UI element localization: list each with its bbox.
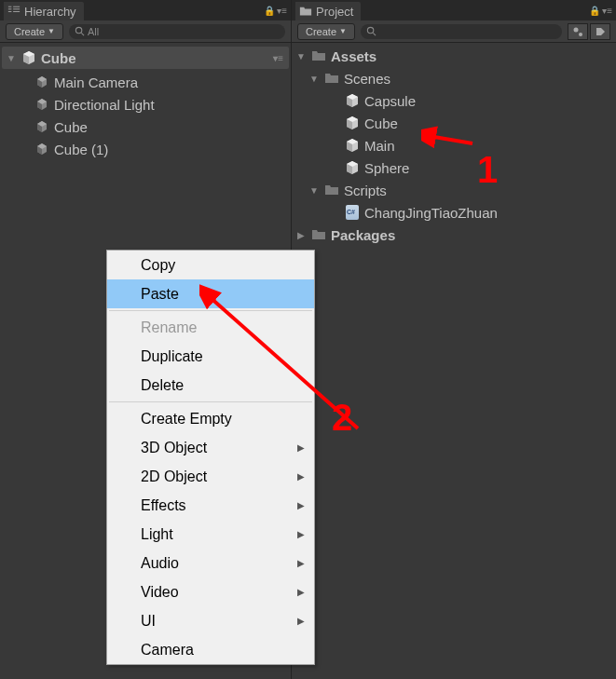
cube-icon (34, 118, 50, 135)
menu-item-camera[interactable]: Camera (107, 635, 314, 664)
submenu-arrow-icon: ▶ (297, 442, 305, 453)
project-toolbar-icons (568, 23, 610, 40)
svg-rect-4 (13, 8, 20, 9)
hierarchy-scene-header[interactable]: ▼ Cube ▾≡ (2, 47, 289, 69)
hierarchy-tab-bar: Hierarchy 🔒 ▾≡ (0, 0, 291, 20)
cube-icon (34, 141, 50, 157)
svg-point-11 (579, 33, 582, 36)
cube-icon (34, 96, 50, 113)
menu-item-effects[interactable]: Effects▶ (107, 491, 314, 520)
hierarchy-item[interactable]: Directional Light (0, 93, 291, 115)
lock-icon[interactable]: 🔒 (264, 6, 275, 16)
menu-item-delete[interactable]: Delete (107, 371, 314, 400)
filter-by-type-button[interactable] (568, 23, 588, 40)
dropdown-arrow-icon: ▼ (339, 27, 347, 35)
project-packages-folder[interactable]: ▶ Packages (292, 224, 616, 246)
submenu-arrow-icon: ▶ (297, 616, 305, 626)
hierarchy-tab[interactable]: Hierarchy (4, 2, 84, 20)
csharp-script-icon (344, 204, 361, 221)
menu-item-2d-object[interactable]: 2D Object▶ (107, 462, 314, 491)
project-scene-item[interactable]: Cube (292, 112, 616, 134)
project-panel: Project 🔒 ▾≡ Create ▼ (292, 0, 616, 679)
project-panel-controls[interactable]: 🔒 ▾≡ (589, 6, 612, 16)
project-content: ▼ Assets ▼ Scenes Capsule Cube Main (292, 43, 616, 679)
svg-rect-2 (8, 11, 12, 12)
menu-item-paste[interactable]: Paste (107, 279, 314, 308)
hierarchy-item[interactable]: Cube (0, 115, 291, 138)
search-icon (75, 26, 85, 36)
project-search-input[interactable] (361, 24, 562, 39)
project-tab-bar: Project 🔒 ▾≡ (292, 0, 616, 20)
expand-arrow-icon[interactable]: ▼ (295, 51, 307, 61)
expand-arrow-icon[interactable]: ▼ (308, 185, 320, 196)
menu-item-copy[interactable]: Copy (107, 251, 314, 279)
unity-icon (344, 159, 361, 176)
svg-point-8 (367, 27, 373, 33)
svg-rect-0 (8, 7, 12, 7)
svg-point-10 (574, 27, 579, 32)
context-menu: CopyPasteRenameDuplicateDeleteCreate Emp… (106, 250, 315, 665)
menu-separator (109, 401, 312, 402)
hierarchy-panel-controls[interactable]: 🔒 ▾≡ (264, 6, 287, 16)
folder-icon (323, 70, 340, 87)
menu-item-duplicate[interactable]: Duplicate (107, 342, 314, 371)
expand-arrow-icon[interactable]: ▼ (6, 53, 17, 63)
project-toolbar: Create ▼ (292, 20, 616, 43)
submenu-arrow-icon: ▶ (297, 471, 305, 482)
annotation-label-1: 1 (477, 149, 498, 191)
project-scripts-folder[interactable]: ▼ Scripts (292, 179, 616, 201)
unity-icon (344, 92, 361, 109)
dropdown-arrow-icon: ▼ (48, 27, 55, 35)
unity-icon (344, 115, 361, 131)
filter-by-label-button[interactable] (590, 23, 610, 40)
scene-name: Cube (41, 50, 269, 66)
submenu-arrow-icon: ▶ (297, 529, 305, 539)
submenu-arrow-icon: ▶ (297, 500, 305, 510)
lock-icon[interactable]: 🔒 (589, 6, 600, 16)
project-scene-item[interactable]: Capsule (292, 89, 616, 112)
svg-rect-1 (8, 8, 12, 9)
project-tab[interactable]: Project (295, 2, 361, 20)
menu-item-audio[interactable]: Audio▶ (107, 549, 314, 577)
folder-icon (310, 226, 327, 243)
menu-item-ui[interactable]: UI▶ (107, 606, 314, 635)
panel-menu-icon[interactable]: ▾≡ (602, 6, 612, 16)
submenu-arrow-icon: ▶ (297, 587, 305, 597)
project-create-button[interactable]: Create ▼ (297, 23, 355, 40)
project-scene-item[interactable]: Main (292, 134, 616, 156)
expand-arrow-icon[interactable]: ▼ (308, 74, 320, 84)
hierarchy-create-button[interactable]: Create ▼ (6, 23, 63, 40)
cube-icon (34, 74, 50, 90)
svg-rect-5 (13, 11, 20, 12)
project-assets-folder[interactable]: ▼ Assets (292, 45, 616, 67)
expand-arrow-icon[interactable]: ▶ (295, 230, 307, 240)
menu-separator (109, 310, 312, 311)
hierarchy-item[interactable]: Main Camera (0, 71, 291, 93)
unity-icon (344, 137, 361, 154)
menu-item-video[interactable]: Video▶ (107, 577, 314, 606)
hierarchy-tab-label: Hierarchy (24, 5, 76, 19)
hierarchy-item[interactable]: Cube (1) (0, 138, 291, 160)
folder-icon (323, 182, 340, 198)
project-scenes-folder[interactable]: ▼ Scenes (292, 67, 616, 89)
hierarchy-toolbar: Create ▼ All (0, 20, 291, 43)
svg-line-7 (81, 33, 84, 35)
submenu-arrow-icon: ▶ (297, 558, 305, 568)
project-tab-label: Project (316, 5, 353, 19)
panel-menu-icon[interactable]: ▾≡ (277, 6, 287, 16)
svg-rect-3 (13, 7, 20, 7)
folder-icon (310, 48, 327, 64)
menu-item-3d-object[interactable]: 3D Object▶ (107, 433, 314, 462)
menu-item-rename: Rename (107, 313, 314, 342)
hierarchy-search-input[interactable]: All (69, 24, 285, 39)
scene-menu-icon[interactable]: ▾≡ (273, 53, 283, 63)
search-icon (366, 26, 376, 36)
project-scene-item[interactable]: Sphere (292, 156, 616, 179)
folder-icon (299, 5, 312, 18)
unity-icon (21, 49, 37, 66)
project-script-item[interactable]: ChangJingTiaoZhuan (292, 201, 616, 224)
menu-item-create-empty[interactable]: Create Empty (107, 404, 314, 433)
annotation-label-2: 2 (332, 397, 352, 439)
menu-item-light[interactable]: Light▶ (107, 520, 314, 549)
hierarchy-icon (7, 5, 21, 18)
